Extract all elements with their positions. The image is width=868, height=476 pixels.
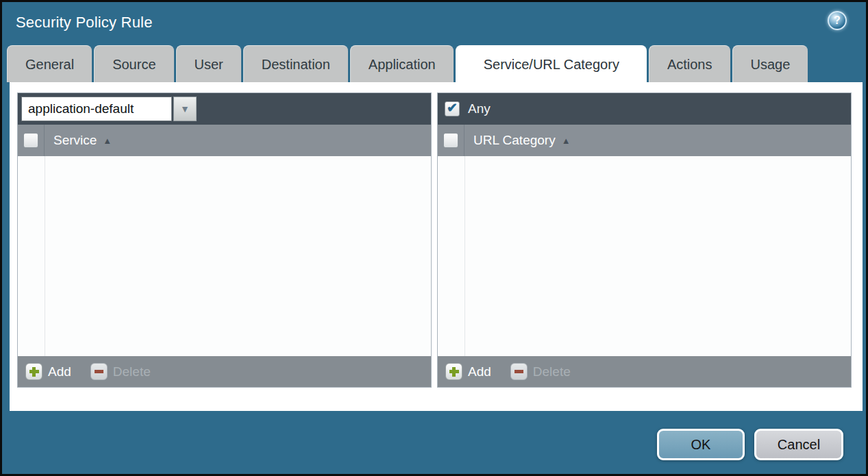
service-add-button[interactable]: Add [25, 363, 71, 380]
service-panel: application-default ▼ Service ▲ Add [17, 92, 432, 388]
security-policy-rule-dialog: Security Policy Rule ? General Source Us… [0, 0, 868, 476]
tab-general[interactable]: General [7, 45, 92, 82]
service-delete-button[interactable]: Delete [90, 363, 151, 380]
minus-icon [90, 363, 108, 380]
add-button-label: Add [48, 364, 71, 379]
service-toolbar: application-default ▼ [18, 93, 431, 125]
any-checkbox[interactable]: ✔ [445, 101, 460, 116]
check-icon: ✔ [447, 101, 458, 114]
any-label: Any [468, 101, 491, 116]
url-category-panel: ✔ Any URL Category ▲ Add [437, 92, 852, 388]
service-footer: Add Delete [18, 356, 431, 387]
ok-button[interactable]: OK [657, 429, 745, 460]
tab-destination[interactable]: Destination [243, 45, 348, 82]
service-column-label: Service [53, 133, 97, 148]
delete-button-label: Delete [113, 364, 151, 379]
service-column-header: Service ▲ [18, 125, 431, 156]
tab-user[interactable]: User [176, 45, 241, 82]
tab-content: application-default ▼ Service ▲ Add [10, 82, 863, 411]
service-list-body[interactable] [18, 156, 431, 356]
url-category-column-label: URL Category [473, 133, 556, 148]
sort-asc-icon[interactable]: ▲ [562, 136, 571, 146]
any-checkbox-row: ✔ Any [441, 101, 491, 116]
tab-usage[interactable]: Usage [732, 45, 808, 82]
minus-icon [510, 363, 528, 380]
tab-service-url-category[interactable]: Service/URL Category [456, 45, 647, 82]
url-category-column-header: URL Category ▲ [438, 125, 851, 156]
url-category-select-all-cell [438, 125, 464, 156]
cancel-button[interactable]: Cancel [754, 429, 843, 460]
url-category-add-button[interactable]: Add [445, 363, 491, 380]
dropdown-arrow-button[interactable]: ▼ [173, 97, 197, 121]
help-icon[interactable]: ? [828, 11, 847, 30]
title-bar: Security Policy Rule ? [2, 2, 866, 45]
service-select-all-checkbox[interactable] [23, 133, 38, 148]
dialog-title: Security Policy Rule [16, 14, 153, 32]
service-type-dropdown-value[interactable]: application-default [21, 97, 172, 121]
service-select-all-cell [18, 125, 45, 156]
delete-button-label: Delete [533, 364, 571, 379]
plus-icon [445, 363, 462, 380]
add-button-label: Add [468, 364, 491, 379]
tab-application[interactable]: Application [350, 45, 454, 82]
chevron-down-icon: ▼ [180, 103, 190, 114]
help-icon-glyph: ? [834, 14, 841, 27]
plus-icon [25, 363, 42, 380]
url-category-toolbar: ✔ Any [438, 93, 851, 125]
url-category-select-all-checkbox[interactable] [443, 133, 458, 148]
url-category-footer: Add Delete [438, 356, 851, 387]
url-category-list-body[interactable] [438, 156, 851, 356]
tab-source[interactable]: Source [94, 45, 173, 82]
url-category-delete-button[interactable]: Delete [510, 363, 571, 380]
dialog-button-row: OK Cancel [657, 429, 843, 460]
service-type-dropdown[interactable]: application-default ▼ [21, 97, 197, 121]
sort-asc-icon[interactable]: ▲ [103, 136, 112, 146]
tab-actions[interactable]: Actions [649, 45, 730, 82]
tab-bar: General Source User Destination Applicat… [7, 45, 808, 82]
